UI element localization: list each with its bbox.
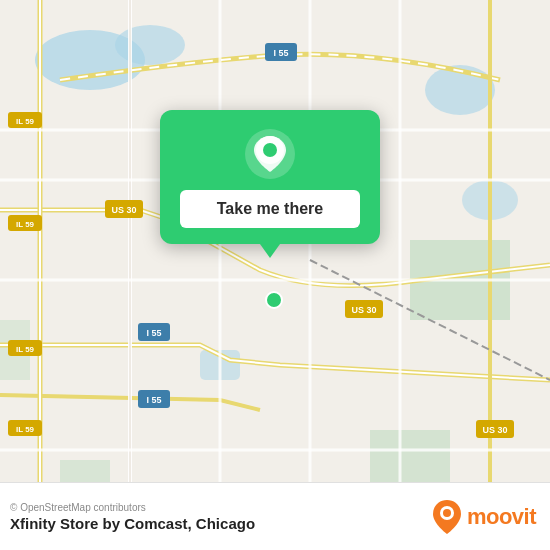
popup-card: Take me there — [160, 110, 380, 244]
location-pin-icon — [244, 128, 296, 180]
svg-text:US 30: US 30 — [111, 205, 136, 215]
map-container: I 55 US 30 IL 59 IL 59 IL 59 IL 59 I 55 … — [0, 0, 550, 550]
map-attribution: © OpenStreetMap contributors — [10, 502, 255, 513]
store-name: Xfinity Store by Comcast, Chicago — [10, 515, 255, 532]
svg-point-2 — [115, 25, 185, 65]
svg-point-37 — [443, 509, 451, 517]
svg-text:US 30: US 30 — [482, 425, 507, 435]
moovit-logo: moovit — [431, 498, 536, 536]
map-svg: I 55 US 30 IL 59 IL 59 IL 59 IL 59 I 55 … — [0, 0, 550, 550]
svg-text:US 30: US 30 — [351, 305, 376, 315]
svg-point-32 — [266, 292, 282, 308]
svg-text:IL 59: IL 59 — [16, 117, 35, 126]
svg-text:IL 59: IL 59 — [16, 345, 35, 354]
svg-text:I 55: I 55 — [146, 328, 161, 338]
svg-text:I 55: I 55 — [273, 48, 288, 58]
moovit-pin-icon — [431, 498, 463, 536]
bottom-bar: © OpenStreetMap contributors Xfinity Sto… — [0, 482, 550, 550]
svg-point-35 — [263, 143, 277, 157]
svg-rect-7 — [370, 430, 450, 490]
svg-text:I 55: I 55 — [146, 395, 161, 405]
moovit-brand-text: moovit — [467, 504, 536, 530]
svg-text:IL 59: IL 59 — [16, 220, 35, 229]
bottom-left-info: © OpenStreetMap contributors Xfinity Sto… — [10, 502, 255, 532]
svg-text:IL 59: IL 59 — [16, 425, 35, 434]
take-me-there-button[interactable]: Take me there — [180, 190, 360, 228]
